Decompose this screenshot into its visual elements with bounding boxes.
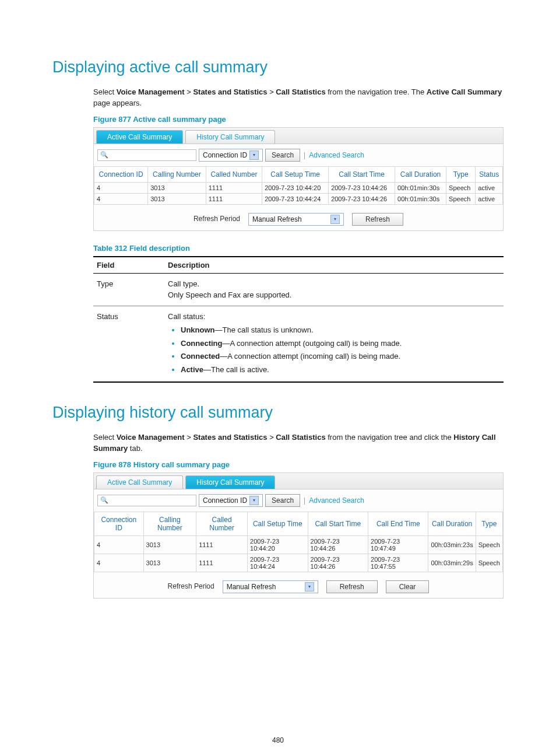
search-button[interactable]: Search [265,494,300,507]
intro-history: Select Voice Management > States and Sta… [93,432,504,454]
tab-row: Active Call Summary History Call Summary [94,128,503,144]
figure-878-caption: Figure 878 History call summary page [93,460,504,469]
col-type[interactable]: Type [476,512,502,536]
col-call-start-time[interactable]: Call Start Time [308,512,368,536]
table-row: 4 3013 1111 2009-7-23 10:44:24 2009-7-23… [94,554,503,572]
tab-active-call-summary[interactable]: Active Call Summary [96,475,183,489]
table-312-caption: Table 312 Field description [93,244,504,253]
history-call-panel: Active Call Summary History Call Summary… [93,473,504,598]
chevron-down-icon: ▾ [249,150,259,160]
tab-row: Active Call Summary History Call Summary [94,473,503,489]
search-icon: 🔍 [100,151,108,159]
col-call-start-time[interactable]: Call Start Time [329,166,395,182]
col-call-duration[interactable]: Call Duration [428,512,476,536]
chevron-down-icon: ▾ [305,582,314,592]
col-status[interactable]: Status [476,166,503,182]
status-list: Unknown—The call status is unknown. Conn… [168,324,500,375]
active-call-table: Connection ID Calling Number Called Numb… [94,166,503,205]
heading-active-summary: Displaying active call summary [52,58,504,76]
col-called-number[interactable]: Called Number [196,512,248,536]
col-connection-id[interactable]: Connection ID [94,166,148,182]
refresh-period-label: Refresh Period [168,583,214,591]
field-row-status: Status Call status: Unknown—The call sta… [93,306,504,382]
refresh-period-select[interactable]: Manual Refresh ▾ [248,213,344,226]
col-called-number[interactable]: Called Number [206,166,262,182]
tab-history-call-summary[interactable]: History Call Summary [185,475,275,489]
search-row: 🔍 Connection ID ▾ Search | Advanced Sear… [94,489,503,512]
search-input[interactable]: 🔍 [97,495,196,506]
table-row: 4 3013 1111 2009-7-23 10:44:20 2009-7-23… [94,536,503,554]
refresh-button[interactable]: Refresh [352,213,403,226]
search-field-select[interactable]: Connection ID ▾ [199,494,263,507]
table-row: 4 3013 1111 2009-7-23 10:44:24 2009-7-23… [94,193,503,204]
refresh-period-label: Refresh Period [193,215,240,223]
search-field-select[interactable]: Connection ID ▾ [199,149,263,162]
search-icon: 🔍 [100,496,108,504]
col-type[interactable]: Type [446,166,476,182]
field-description-table: Field Description Type Call type. Only S… [93,256,504,383]
search-row: 🔍 Connection ID ▾ Search | Advanced Sear… [94,144,503,166]
advanced-search-link[interactable]: Advanced Search [309,496,364,505]
tab-history-call-summary[interactable]: History Call Summary [185,130,275,144]
figure-877-caption: Figure 877 Active call summary page [93,115,504,124]
search-button[interactable]: Search [265,149,300,162]
col-calling-number[interactable]: Calling Number [143,512,196,536]
refresh-button[interactable]: Refresh [326,580,378,593]
search-input[interactable]: 🔍 [97,149,196,161]
table-row: 4 3013 1111 2009-7-23 10:44:20 2009-7-23… [94,182,503,193]
active-call-panel: Active Call Summary History Call Summary… [93,127,504,231]
field-row-type: Type Call type. Only Speech and Fax are … [93,273,504,306]
chevron-down-icon: ▾ [249,496,259,505]
col-call-end-time[interactable]: Call End Time [368,512,428,536]
history-call-table: Connection ID Calling Number Called Numb… [94,512,503,572]
refresh-controls: Refresh Period Manual Refresh ▾ Refresh [94,205,503,230]
field-col-header: Field [93,257,164,274]
chevron-down-icon: ▾ [330,215,340,224]
clear-button[interactable]: Clear [386,580,430,593]
advanced-search-link[interactable]: Advanced Search [309,151,364,159]
col-call-setup-time[interactable]: Call Setup Time [248,512,308,536]
col-call-duration[interactable]: Call Duration [395,166,446,182]
heading-history-summary: Displaying history call summary [52,404,504,422]
description-col-header: Description [164,257,504,274]
col-connection-id[interactable]: Connection ID [94,512,144,536]
page-number: 480 [0,736,556,744]
refresh-period-select[interactable]: Manual Refresh ▾ [223,580,318,593]
refresh-controls: Refresh Period Manual Refresh ▾ Refresh … [94,572,503,598]
col-calling-number[interactable]: Calling Number [148,166,206,182]
tab-active-call-summary[interactable]: Active Call Summary [96,130,183,144]
col-call-setup-time[interactable]: Call Setup Time [262,166,329,182]
intro-active: Select Voice Management > States and Sta… [93,87,504,109]
table-header-row: Connection ID Calling Number Called Numb… [94,512,503,536]
table-header-row: Connection ID Calling Number Called Numb… [94,166,503,182]
